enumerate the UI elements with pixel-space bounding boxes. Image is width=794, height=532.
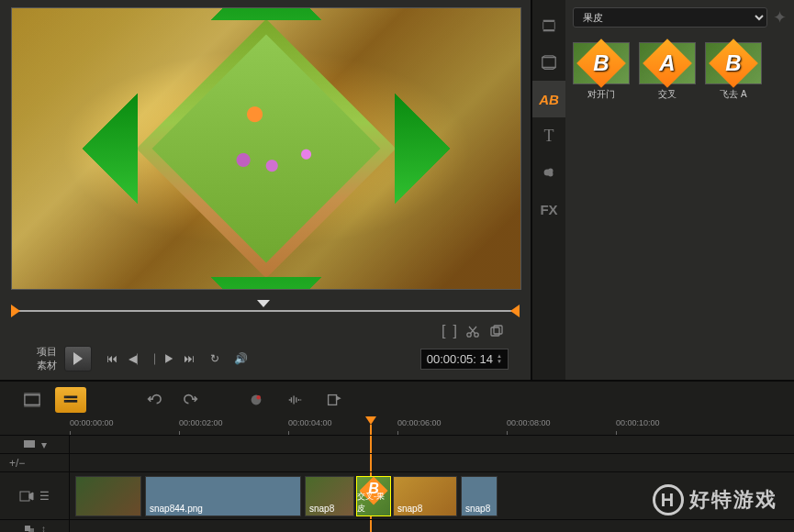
svg-rect-24 <box>28 528 34 533</box>
timeline-view-button[interactable] <box>55 387 86 413</box>
ruler-tick: 00:00:08:00 <box>507 418 551 427</box>
ruler-tick: 00:00:06:00 <box>397 418 442 427</box>
svg-rect-4 <box>543 22 555 30</box>
storyboard-view-button[interactable] <box>17 387 48 413</box>
volume-button[interactable]: 🔊 <box>232 350 249 367</box>
preview-viewport[interactable] <box>11 7 521 290</box>
clip[interactable] <box>75 476 141 516</box>
project-mode-label[interactable]: 项目 <box>11 345 57 359</box>
trim-out-handle[interactable] <box>510 305 520 317</box>
play-button[interactable] <box>64 346 92 371</box>
transition-item[interactable]: B 对开门 <box>573 42 630 101</box>
transition-label: 对开门 <box>573 88 630 101</box>
library-pane: AB T FX 果皮 ✦ B 对开门 A 交叉 <box>532 0 794 380</box>
category-dropdown[interactable]: 果皮 <box>573 7 767 28</box>
track-header-overlay[interactable]: ↕ <box>0 520 70 532</box>
preview-pane: [ ] 项目 素材 ⏮ ◀⎸ ⎸▶ ⏭ ↻ 🔊 00:00:05: 14 ▲▼ <box>0 0 532 380</box>
svg-rect-7 <box>542 58 555 68</box>
go-end-button[interactable]: ⏭ <box>181 350 197 367</box>
ruler-tick: 00:00:10:00 <box>616 418 660 427</box>
source-mode-label[interactable]: 素材 <box>11 359 57 372</box>
transition-label: 交叉 <box>639 88 696 101</box>
svg-rect-5 <box>543 20 555 22</box>
timecode-value: 00:00:05: 14 <box>427 352 493 366</box>
svg-rect-13 <box>25 405 39 406</box>
tab-fx[interactable]: FX <box>532 191 565 227</box>
loop-button[interactable]: ↻ <box>207 350 223 367</box>
svg-rect-21 <box>24 440 35 448</box>
transition-clip[interactable]: B交叉-果皮 <box>356 476 391 516</box>
redo-button[interactable] <box>176 387 207 413</box>
snapshot-icon[interactable] <box>489 324 504 338</box>
chapter-button[interactable] <box>318 387 349 413</box>
tab-title[interactable]: T <box>532 117 565 154</box>
svg-point-10 <box>548 172 553 176</box>
next-frame-button[interactable]: ⎸▶ <box>155 350 172 367</box>
playhead-marker[interactable] <box>257 300 270 307</box>
track-header-video[interactable]: ☰ <box>0 472 70 519</box>
clip[interactable]: snap8 <box>305 476 354 516</box>
mark-out-button[interactable]: ] <box>453 323 457 339</box>
timeline-playhead[interactable] <box>365 416 376 425</box>
watermark-icon: H <box>653 484 684 515</box>
svg-rect-12 <box>25 393 39 395</box>
track-header-marker[interactable]: ▾ <box>0 436 70 453</box>
svg-point-19 <box>256 395 261 400</box>
ruler-tick: 00:00:04:00 <box>288 418 332 427</box>
timecode-down[interactable]: ▼ <box>497 359 502 364</box>
favorite-icon[interactable]: ✦ <box>773 7 787 28</box>
track-add-button[interactable]: +/− <box>0 454 70 471</box>
clip[interactable]: snap844.png <box>145 476 301 516</box>
watermark: H 好特游戏 <box>653 484 777 515</box>
prev-frame-button[interactable]: ◀⎸ <box>129 350 146 367</box>
timeline-ruler[interactable]: 00:00:00:00 00:00:02:00 00:00:04:00 00:0… <box>0 418 794 435</box>
audio-mixer-button[interactable] <box>279 387 310 413</box>
cut-icon[interactable] <box>465 324 480 338</box>
undo-button[interactable] <box>138 387 169 413</box>
transition-item[interactable]: B 飞去 A <box>705 42 762 101</box>
ruler-tick: 00:00:02:00 <box>179 418 223 427</box>
transition-label: 飞去 A <box>705 88 762 101</box>
svg-point-16 <box>65 396 67 398</box>
go-start-button[interactable]: ⏮ <box>104 350 120 367</box>
clip[interactable]: snap8 <box>461 476 498 516</box>
tab-media[interactable] <box>532 7 565 44</box>
transition-item[interactable]: A 交叉 <box>639 42 696 101</box>
tab-graphics[interactable] <box>532 154 565 191</box>
ruler-tick: 00:00:00:00 <box>70 418 114 427</box>
tab-transitions[interactable]: AB <box>532 81 565 117</box>
svg-point-17 <box>65 400 67 402</box>
record-button[interactable] <box>240 387 272 413</box>
tab-sound[interactable] <box>532 44 565 81</box>
timecode-display[interactable]: 00:00:05: 14 ▲▼ <box>420 349 509 370</box>
svg-rect-6 <box>543 30 555 32</box>
clip[interactable]: snap8 <box>393 476 457 516</box>
svg-rect-11 <box>25 395 39 405</box>
mark-in-button[interactable]: [ <box>442 323 445 339</box>
svg-rect-20 <box>329 395 337 405</box>
transition-thumbnails: B 对开门 A 交叉 B 飞去 A <box>573 42 787 101</box>
trim-in-handle[interactable] <box>11 305 20 317</box>
watermark-text: 好特游戏 <box>689 486 777 514</box>
scrubber[interactable] <box>11 303 520 319</box>
svg-rect-22 <box>20 492 29 501</box>
